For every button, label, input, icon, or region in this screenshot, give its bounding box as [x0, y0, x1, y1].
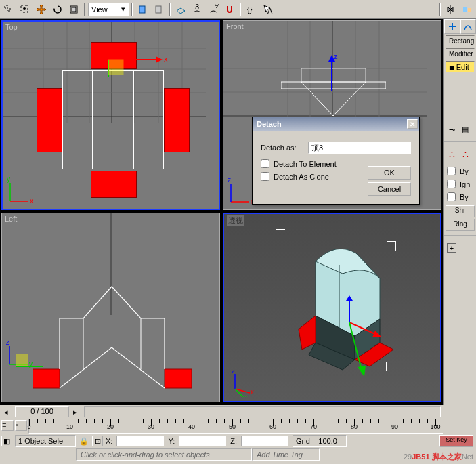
next-frame-icon[interactable]: ▸ [69, 408, 81, 417]
by-angle-label: By [460, 193, 469, 201]
transform-type-icon[interactable]: ⊡ [92, 436, 103, 446]
tool-select-region[interactable] [18, 2, 33, 17]
detach-to-element-label: Detach To Element [274, 160, 337, 168]
ignore-backfacing-checkbox[interactable] [447, 180, 456, 188]
geo-top-div1 [62, 70, 93, 169]
detach-as-input[interactable] [308, 142, 411, 154]
cancel-button[interactable]: Cancel [368, 182, 411, 196]
tool-rotate[interactable] [50, 2, 65, 17]
svg-text:x: x [164, 55, 168, 63]
view-dropdown[interactable]: View▾ [88, 3, 129, 16]
svg-text:y: y [7, 177, 10, 183]
selection-status: 1 Object Sele [15, 435, 76, 447]
tool-named-sel[interactable]: {} [244, 2, 259, 17]
svg-rect-0 [5, 5, 7, 8]
time-slider-track[interactable] [84, 406, 441, 417]
by-vertex-checkbox[interactable] [447, 167, 456, 175]
modifier-stack-item[interactable]: ◼ Edit [446, 61, 475, 73]
stack-options-icon[interactable]: ▤ [459, 123, 471, 135]
viewport-left-label: Left [5, 215, 17, 223]
shrink-button[interactable]: Shr [446, 205, 475, 217]
svg-rect-31 [108, 60, 123, 75]
viewport-top[interactable]: Top x xy [1, 20, 220, 210]
tool-percent-snap[interactable]: % [206, 2, 221, 17]
svg-line-80 [349, 322, 362, 370]
main-toolbar: View▾ 3 % {} ABC [0, 0, 476, 19]
maxscript-icon[interactable]: ◧ [1, 436, 12, 446]
move-gizmo-front[interactable]: z [318, 54, 352, 101]
axis-gizmo-front: xz [228, 178, 255, 205]
tool-snap-3d[interactable] [173, 2, 188, 17]
stack-item-label: Edit [456, 63, 469, 71]
detach-as-clone-checkbox[interactable] [261, 172, 269, 181]
tool-box1[interactable] [135, 2, 150, 17]
move-gizmo-left[interactable] [16, 334, 49, 375]
ring-button[interactable]: Ring [446, 219, 475, 231]
tool-cursor[interactable]: ABC [260, 2, 275, 17]
svg-rect-1 [7, 8, 10, 11]
tool-move[interactable] [34, 2, 49, 17]
coord-x-label: X: [106, 437, 112, 445]
time-slider-thumb[interactable]: 0 / 100 [15, 406, 69, 417]
close-icon[interactable]: ✕ [407, 119, 418, 129]
tool-magnet[interactable] [222, 2, 237, 17]
tool-box2[interactable] [152, 2, 167, 17]
ruler-scale[interactable]: 0102030405060708090100 [28, 419, 443, 434]
rollout-expand-icon[interactable]: + [447, 243, 456, 253]
by-angle-checkbox[interactable] [447, 192, 456, 201]
tool-mirror[interactable] [443, 2, 458, 17]
viewport-left[interactable]: Left yz [1, 213, 220, 402]
move-gizmo-persp[interactable] [329, 295, 397, 390]
watermark: 29JB51 脚本之家Net [404, 452, 473, 462]
tool-select[interactable] [1, 2, 16, 17]
panel-tab-modify[interactable] [460, 19, 477, 34]
modifier-list-dropdown[interactable]: Modifier [446, 48, 475, 60]
time-slider[interactable]: ◂ 0 / 100 ▸ [0, 405, 443, 419]
tool-angle-snap[interactable]: 3 [190, 2, 204, 17]
svg-text:z: z [228, 178, 231, 184]
track-view-icon[interactable]: ≡ [1, 420, 14, 431]
coord-y-input[interactable] [179, 436, 226, 446]
prev-frame-icon[interactable]: ◂ [0, 408, 12, 417]
svg-rect-6 [139, 6, 145, 13]
coord-y-label: Y: [168, 437, 175, 445]
geo-top-flap-w [37, 88, 62, 152]
svg-rect-66 [16, 354, 28, 366]
viewport-perspective[interactable]: 透视 xzy [223, 213, 441, 402]
svg-point-3 [23, 7, 26, 10]
lock-icon[interactable]: 🔒 [79, 436, 89, 446]
set-key-button[interactable]: Set Key [439, 435, 473, 447]
geo-top-flap-s [91, 171, 137, 198]
selection-bracket [276, 229, 285, 238]
tool-scale[interactable] [66, 2, 81, 17]
time-ruler: ≡ ◦ 0102030405060708090100 [0, 419, 443, 434]
coord-x-input[interactable] [116, 436, 164, 446]
move-gizmo-top[interactable]: x [108, 39, 169, 80]
key-mode-icon[interactable]: ◦ [15, 420, 27, 431]
viewport-top-label: Top [5, 23, 18, 31]
add-time-tag[interactable]: Add Time Tag [252, 448, 320, 461]
detach-to-element-checkbox[interactable] [261, 159, 269, 168]
svg-text:y: y [244, 394, 247, 397]
by-vertex-label: By [460, 167, 469, 175]
svg-text:%: % [215, 4, 219, 9]
svg-rect-12 [463, 7, 467, 12]
geo-top-flap-e [164, 88, 190, 152]
detach-as-clone-label: Detach As Clone [274, 173, 329, 181]
object-name-field[interactable]: Rectang [446, 35, 475, 47]
svg-marker-81 [358, 366, 366, 377]
chevron-down-icon: ▾ [121, 5, 125, 14]
svg-text:x: x [30, 197, 33, 205]
viewports-container: Top x xy Front [0, 19, 443, 405]
coord-z-input[interactable] [241, 436, 288, 446]
dialog-titlebar[interactable]: Detach ✕ [253, 117, 419, 131]
ok-button[interactable]: OK [368, 166, 411, 180]
pin-stack-icon[interactable]: ⊸ [446, 123, 458, 135]
svg-text:x: x [251, 388, 254, 396]
svg-rect-5 [72, 7, 76, 12]
svg-marker-77 [346, 295, 353, 301]
dialog-title-text: Detach [257, 120, 282, 128]
svg-text:{}: {} [247, 5, 253, 14]
panel-tab-create[interactable] [444, 19, 460, 34]
tool-align[interactable] [460, 2, 475, 17]
